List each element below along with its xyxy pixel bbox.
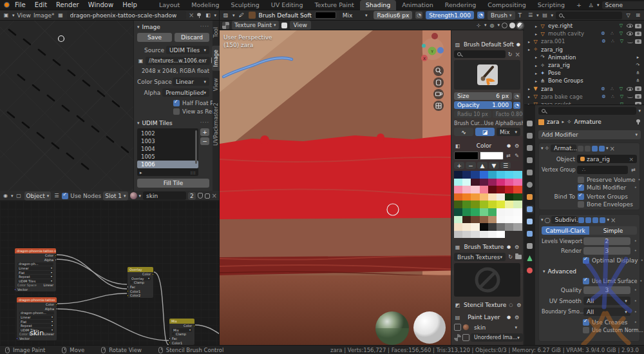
palette-swatch[interactable] xyxy=(505,231,513,239)
custom-normals-checkbox[interactable] xyxy=(583,327,589,333)
palette-swatch[interactable] xyxy=(480,186,488,193)
color-settings-gear-icon[interactable]: ⚙ xyxy=(513,143,520,150)
mix-node[interactable]: MixColorMix▾ClampFacColor1 xyxy=(169,318,195,345)
size-slider[interactable]: Size6 px xyxy=(454,92,512,100)
radius-pressure-icon[interactable]: ◔ xyxy=(415,12,422,19)
workspace-tab-animation[interactable]: Animation xyxy=(396,0,439,10)
palette-swatch[interactable] xyxy=(497,231,505,239)
armature-name-field[interactable]: Armat... xyxy=(551,144,576,152)
image-editor-type-icon[interactable]: ▣ xyxy=(3,12,10,19)
workspace-tab-item[interactable]: + xyxy=(571,0,587,10)
node-row-mix[interactable]: Mix▾ xyxy=(169,328,194,333)
texture-slot-icon[interactable] xyxy=(281,23,287,28)
palette-swatch[interactable] xyxy=(505,208,513,216)
fake-user-icon[interactable] xyxy=(198,193,203,199)
wrench-icon[interactable]: ⚙ xyxy=(600,38,607,45)
palette-swatch[interactable] xyxy=(488,186,497,193)
group-icon[interactable]: ∴ xyxy=(609,30,616,37)
discard-button[interactable]: Discard xyxy=(175,33,209,42)
image-sidebar-tab-uvpackmaster2[interactable]: UVPackmaster2 xyxy=(212,99,220,150)
primary-color-swatch[interactable] xyxy=(454,152,478,160)
input-socket[interactable] xyxy=(169,337,171,339)
advanced-expand-icon[interactable]: ▾ xyxy=(543,269,545,274)
workspace-tab-layout[interactable]: Layout xyxy=(153,0,185,10)
palette-swatch[interactable] xyxy=(462,193,471,201)
render-visibility-camera-icon[interactable] xyxy=(635,94,641,99)
palette-swatch[interactable] xyxy=(480,193,488,201)
workspace-tab-rendering[interactable]: Rendering xyxy=(439,0,482,10)
palette-swatch[interactable] xyxy=(513,193,522,201)
alpha-dropdown[interactable]: Premultiplied▾ xyxy=(162,88,209,97)
outliner-item-bone-groups[interactable]: ▸⋔Bone Groups⋔ xyxy=(527,77,644,84)
subdiv-cage-toggle[interactable] xyxy=(585,217,591,223)
subdiv-extras-chevron[interactable]: ▾ xyxy=(607,217,609,222)
paint-material-dropdown[interactable]: skin▾ xyxy=(471,323,520,331)
view-menu[interactable]: View xyxy=(290,21,311,30)
udim-list-expand[interactable]: ▸ xyxy=(140,170,142,175)
palette-swatch[interactable] xyxy=(497,201,505,208)
palette-swatch[interactable] xyxy=(471,216,479,224)
shader-mode-dropdown[interactable]: Object▾ xyxy=(24,192,52,201)
use-alpha-toggle[interactable]: ◪ xyxy=(475,128,495,136)
image-sidebar-tab-image[interactable]: Image xyxy=(212,46,220,71)
new-collection-icon[interactable]: ⊞ xyxy=(634,12,641,19)
armature-render-toggle[interactable] xyxy=(599,146,605,152)
output-socket[interactable] xyxy=(55,308,57,310)
properties-tab-output[interactable] xyxy=(526,144,534,152)
node-dropdown[interactable]: UDIM Tiles▾ xyxy=(17,279,53,283)
multi-modifier-checkbox[interactable] xyxy=(578,184,584,191)
properties-tab-physics[interactable] xyxy=(526,230,534,238)
material-name-field[interactable]: skin xyxy=(143,192,186,200)
preserve-volume-checkbox[interactable] xyxy=(578,177,584,183)
half-float-checkbox[interactable] xyxy=(173,100,180,106)
outliner-item-eye-right[interactable]: ▸▽eye.right▽ xyxy=(527,22,644,30)
image-display-channels-icon[interactable]: ◧ xyxy=(204,12,211,19)
properties-tab-world[interactable] xyxy=(526,181,534,189)
scene-name-field[interactable]: Scene xyxy=(602,1,644,9)
subdiv-name-field[interactable]: Subdivi... xyxy=(551,216,577,224)
outliner-item-zara-rig[interactable]: ▸✧zara_rig xyxy=(527,46,644,54)
palette-swatch[interactable] xyxy=(513,231,522,239)
layer-type-icon[interactable] xyxy=(454,334,461,341)
shader-editor-type-chevron[interactable]: ▾ xyxy=(11,193,14,199)
udim-tile-1004[interactable]: 1004 xyxy=(137,145,198,153)
secondary-color-swatch[interactable] xyxy=(480,152,504,160)
blend-mode-dropdown[interactable]: Mix▾ xyxy=(339,11,371,19)
output-socket[interactable] xyxy=(55,304,57,306)
palette-swatch[interactable] xyxy=(471,208,479,216)
palette-swatch[interactable] xyxy=(488,208,497,216)
outliner-expand-icon[interactable]: ▸ xyxy=(535,24,537,28)
palette-swatch[interactable] xyxy=(497,216,505,224)
node-dropdown[interactable]: Repeat▾ xyxy=(19,324,54,328)
menu-window[interactable]: Window xyxy=(84,0,118,10)
visibility-eye-icon[interactable] xyxy=(627,24,633,28)
workspace-tab-texture-paint[interactable]: Texture Paint xyxy=(308,0,359,10)
overlays-chevron[interactable]: ▾ xyxy=(497,23,500,28)
armature-close-icon[interactable]: × xyxy=(610,145,615,152)
palette-swatch[interactable] xyxy=(480,216,488,224)
palette-swatch[interactable] xyxy=(454,216,462,224)
node-row-color-space[interactable]: Color SpaceLinear xyxy=(15,283,56,288)
outliner-display-chevron[interactable]: ▾ xyxy=(536,13,539,18)
optimal-display-checkbox[interactable] xyxy=(583,257,589,264)
palette-swatch[interactable] xyxy=(488,171,497,179)
palette-swatch[interactable] xyxy=(454,201,462,208)
color-space-dropdown[interactable]: Linear▾ xyxy=(173,77,209,86)
node-dropdown[interactable]: Flat▾ xyxy=(17,271,53,275)
image-panel-expand-icon[interactable]: ▾ xyxy=(137,25,140,30)
palette-add-button[interactable]: + xyxy=(454,162,464,169)
udim-scrollbar[interactable] xyxy=(195,130,197,164)
add-modifier-dropdown[interactable]: Add Modifier▾ xyxy=(538,130,641,139)
palette-swatch[interactable] xyxy=(488,216,497,224)
radius-slider[interactable]: Radius6 px xyxy=(374,11,412,19)
image-path-icon[interactable]: ▣ xyxy=(137,57,144,64)
node-row-clamp[interactable]: Clamp xyxy=(128,280,153,285)
output-socket[interactable] xyxy=(55,259,57,261)
udim-panel-expand-icon[interactable]: ▾ xyxy=(137,121,140,126)
bone-envelopes-checkbox[interactable] xyxy=(578,201,584,208)
palette-swatch[interactable] xyxy=(471,179,479,186)
palette-swatch[interactable] xyxy=(480,201,488,208)
node-row-flat[interactable]: Flat▾ xyxy=(15,270,56,275)
armature-object-field[interactable]: zara_rig× xyxy=(577,155,637,163)
palette-swatch[interactable] xyxy=(505,216,513,224)
